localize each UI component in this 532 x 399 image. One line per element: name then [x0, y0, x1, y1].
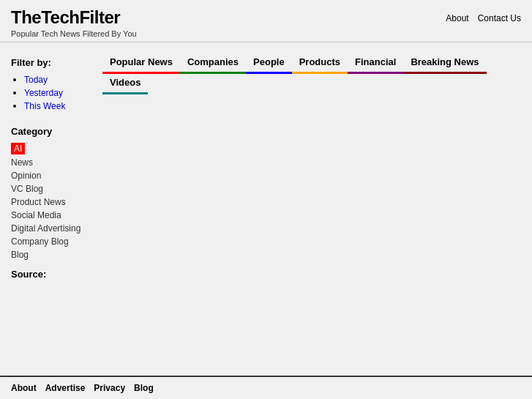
footer-blog-link[interactable]: Blog — [134, 383, 154, 393]
category-item-productnews[interactable]: Product News — [11, 197, 84, 207]
header-nav: About Contact Us — [446, 13, 521, 23]
list-item: Yesterday — [24, 87, 84, 98]
category-label: Category — [11, 126, 84, 137]
site-tagline: Popular Tech News Filtered By You — [11, 29, 137, 38]
footer-advertise-link[interactable]: Advertise — [45, 383, 86, 393]
filter-by-label: Filter by: — [11, 57, 84, 68]
tab-people[interactable]: People — [246, 53, 292, 74]
tab-popular-news[interactable]: Popular News — [102, 53, 180, 74]
content-area: Popular News Companies People Products F… — [95, 50, 532, 287]
tab-financial[interactable]: Financial — [348, 53, 403, 74]
sidebar: Filter by: Today Yesterday This Week Cat… — [0, 50, 95, 287]
category-item-vcblog[interactable]: VC Blog — [11, 184, 84, 194]
main-container: Filter by: Today Yesterday This Week Cat… — [0, 42, 532, 294]
list-item: Today — [24, 74, 84, 85]
tab-products[interactable]: Products — [292, 53, 348, 74]
category-item-news[interactable]: News — [11, 157, 84, 168]
contact-link[interactable]: Contact Us — [478, 13, 521, 23]
list-item: This Week — [24, 100, 84, 111]
page-wrapper: TheTechFilter Popular Tech News Filtered… — [0, 0, 532, 399]
filter-list: Today Yesterday This Week — [11, 74, 84, 111]
source-label: Source: — [11, 269, 84, 280]
site-title: TheTechFilter — [11, 7, 137, 28]
header-left: TheTechFilter Popular Tech News Filtered… — [11, 7, 137, 38]
tab-nav: Popular News Companies People Products F… — [102, 53, 525, 94]
category-item-opinion[interactable]: Opinion — [11, 171, 84, 181]
category-item-blog[interactable]: Blog — [11, 250, 84, 260]
yesterday-link[interactable]: Yesterday — [24, 88, 63, 98]
about-link[interactable]: About — [446, 13, 468, 23]
tab-breaking-news[interactable]: Breaking News — [403, 53, 486, 74]
category-item-socialmedia[interactable]: Social Media — [11, 210, 84, 220]
footer-privacy-link[interactable]: Privacy — [94, 383, 125, 393]
today-link[interactable]: Today — [24, 75, 48, 85]
category-item-ai[interactable]: AI — [11, 143, 25, 154]
category-item-companyblog[interactable]: Company Blog — [11, 236, 84, 247]
tab-companies[interactable]: Companies — [180, 53, 246, 74]
footer-about-link[interactable]: About — [11, 383, 37, 393]
this-week-link[interactable]: This Week — [24, 101, 65, 111]
footer: About Advertise Privacy Blog — [0, 376, 532, 399]
category-item-digitaladvertising[interactable]: Digital Advertising — [11, 223, 84, 234]
header: TheTechFilter Popular Tech News Filtered… — [0, 0, 532, 42]
tab-videos[interactable]: Videos — [102, 74, 148, 94]
